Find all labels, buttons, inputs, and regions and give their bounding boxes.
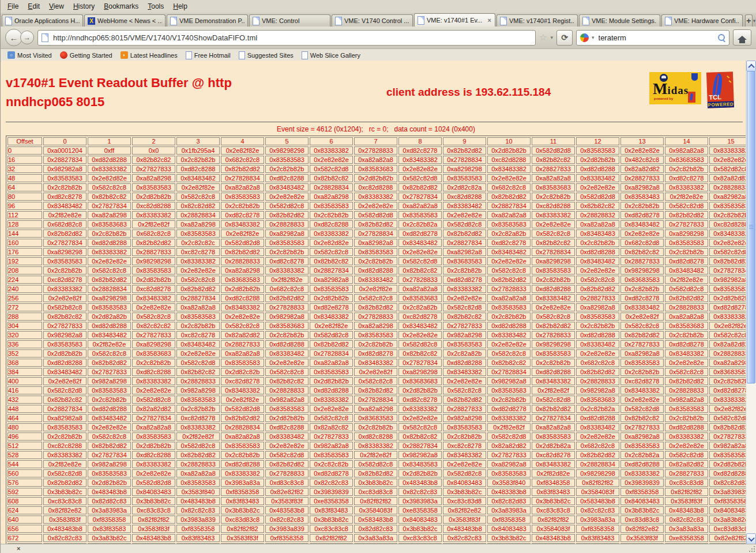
tab-vme-v1740#1-ev-[interactable]: VME: v1740#1 Ev...× xyxy=(414,13,495,27)
tab-label: VME: V1740 Control ... xyxy=(344,17,409,24)
hex-value-cell: 0x83383382 xyxy=(132,377,175,385)
hex-value-cell: 0xc82d8288 xyxy=(532,202,575,210)
hex-value-cell: 0x83583583 xyxy=(709,202,746,210)
search-input[interactable] xyxy=(597,33,714,43)
tab-vme-demonstration-p-[interactable]: VME Demonstration P... xyxy=(167,14,248,27)
tab-vme-hardware-confi-[interactable]: VME: Hardware Confi... xyxy=(661,14,743,27)
menu-view[interactable]: View xyxy=(44,1,69,12)
hex-value-cell: 0x582c82c8 xyxy=(532,313,575,321)
hex-value-cell: 0x27828834 xyxy=(221,174,264,182)
hex-value-cell: 0x83483483 xyxy=(576,230,619,238)
reload-button[interactable]: ⟳ xyxy=(556,30,573,46)
findbar-close-icon[interactable]: × xyxy=(17,546,20,552)
column-header-12: 12 xyxy=(576,137,619,145)
hex-value-cell: 0x682c82c8 xyxy=(132,230,175,238)
hex-value-cell: 0x83583583 xyxy=(665,239,708,247)
scroll-up-button[interactable] xyxy=(746,61,756,72)
hex-value-cell: 0xd82d8278 xyxy=(620,211,664,219)
hex-value-cell: 0x83583483 xyxy=(620,193,664,201)
hex-value-cell: 0x582c82c8 xyxy=(221,322,264,330)
url-bar[interactable] xyxy=(37,30,536,46)
bookmark-most-visited[interactable]: ○Most Visited xyxy=(3,49,56,61)
hex-value-cell: 0x82b82d82 xyxy=(443,146,486,155)
hex-value-cell: 0x3a83983a xyxy=(88,506,131,514)
new-tab-button[interactable]: + xyxy=(745,14,753,27)
tab-label: Oracle Applications H... xyxy=(14,17,80,24)
row-offset: 272 xyxy=(7,303,42,311)
hex-value-cell: 0x83383482 xyxy=(487,331,531,339)
hex-value-cell: 0xa82a8298 xyxy=(354,322,397,330)
tab-webhome-news-[interactable]: XWebHome < News < ... xyxy=(84,14,166,27)
table-row: 1280x682d82c80x835836830x2f82e82f0xa82a8… xyxy=(7,220,746,228)
vertical-scrollbar[interactable] xyxy=(746,61,756,544)
hex-value-cell: 0xd82d8288 xyxy=(532,285,575,293)
bookmark-star-icon[interactable]: ☆ xyxy=(539,32,547,43)
window-resize-grip[interactable] xyxy=(748,545,755,552)
tab-vme-control[interactable]: VME: Control xyxy=(249,14,330,27)
row-offset: 592 xyxy=(7,488,42,496)
hex-value-cell: 0x2d82c82b xyxy=(221,368,264,376)
tab-label: VME: v1740#1 Regist... xyxy=(509,17,574,24)
hex-value-cell: 0xc83d83c8 xyxy=(709,525,746,533)
hex-value-cell: 0x28828833 xyxy=(709,183,746,191)
hex-value-cell: 0x3b83b82c xyxy=(221,506,264,514)
google-icon[interactable] xyxy=(580,33,589,42)
twiki-x-icon: X xyxy=(88,17,95,25)
hex-value-cell: 0x27828834 xyxy=(532,248,575,256)
hex-value-cell: 0x82a82d82 xyxy=(665,460,708,468)
tab-vme-v1740-control-[interactable]: VME: V1740 Control ... xyxy=(332,14,413,27)
home-button[interactable] xyxy=(733,29,751,46)
tab-vme-v1740#1-regist-[interactable]: VME: v1740#1 Regist... xyxy=(497,14,578,27)
hex-value-cell: 0xc82d8278 xyxy=(132,285,175,293)
menu-bookmarks[interactable]: Bookmarks xyxy=(99,1,143,12)
hex-value-cell: 0x83483482 xyxy=(265,183,309,191)
scrollbar-thumb[interactable] xyxy=(747,71,755,383)
hex-value-cell: 0x28828834 xyxy=(310,183,353,191)
bookmark-getting-started[interactable]: Getting Started xyxy=(56,49,116,61)
search-magnifier-icon[interactable] xyxy=(717,33,725,42)
hex-value-cell: 0x98298298 xyxy=(132,257,175,265)
hex-value-cell: 0x2e82f82e xyxy=(709,322,746,330)
hex-value-cell: 0x2e82e82e xyxy=(576,266,619,274)
hex-value-cell: 0x582d82c8 xyxy=(354,460,397,468)
hex-value-cell: 0x582d82d8 xyxy=(576,193,619,201)
hex-value-cell: 0xd82d8278 xyxy=(709,303,746,311)
row-offset: 96 xyxy=(7,202,42,210)
reload-icon: ⟳ xyxy=(561,33,568,42)
search-engine-caret-icon[interactable]: ▾ xyxy=(592,35,595,40)
bookmark-web-slice-gallery[interactable]: Web Slice Gallery xyxy=(298,49,364,61)
hex-value-cell: 0x83583583 xyxy=(221,193,264,201)
bookmark-suggested-sites[interactable]: Suggested Sites xyxy=(235,49,298,61)
hex-value-cell: 0x982982a8 xyxy=(487,377,531,385)
hex-value-cell: 0x83383382 xyxy=(310,230,353,238)
bookmark-caret-icon[interactable]: ▾ xyxy=(550,35,553,40)
bookmark-free-hotmail[interactable]: Free Hotmail xyxy=(182,49,235,61)
menu-edit[interactable]: Edit xyxy=(23,1,44,12)
url-input[interactable] xyxy=(52,33,532,43)
hex-value-cell: 0x582c82c8 xyxy=(88,432,131,441)
hex-value-cell: 0x982a8298 xyxy=(176,386,220,394)
hex-value-cell: 0x582c82c8 xyxy=(709,331,746,339)
tab-close-icon[interactable]: × xyxy=(487,17,492,24)
hex-value-cell: 0x82b82d82 xyxy=(265,460,309,468)
forward-button[interactable]: → xyxy=(20,31,34,44)
menu-tools[interactable]: Tools xyxy=(143,1,168,12)
row-offset: 0 xyxy=(7,146,42,155)
tab-oracle-applications-h-[interactable]: Oracle Applications H... xyxy=(2,14,83,27)
hex-value-cell: 0x83483482 xyxy=(88,331,131,339)
menu-file[interactable]: File xyxy=(3,1,23,12)
midas-powered-by-label: powered by xyxy=(654,97,673,100)
menu-help[interactable]: Help xyxy=(168,1,192,12)
tab-vme-module-settings-[interactable]: VME: Module Settings... xyxy=(579,14,660,27)
hex-value-cell: 0x28828834 xyxy=(176,211,220,219)
scroll-down-button[interactable] xyxy=(746,533,756,544)
hex-value-cell: 0xe8358358 xyxy=(310,497,353,505)
hex-value-cell: 0x3b83b82c xyxy=(354,479,397,487)
hex-value-cell: 0x83f83483 xyxy=(532,488,575,496)
bookmark-latest-headlines[interactable]: ◗Latest Headlines xyxy=(116,49,182,61)
search-box[interactable]: ▾ xyxy=(576,30,729,46)
hex-value-cell: 0x3b83b82c xyxy=(310,516,353,524)
menu-history[interactable]: History xyxy=(69,1,99,12)
hex-value-cell: 0x682d82c8 xyxy=(43,220,86,228)
tab-overflow-caret-icon[interactable]: ▾ xyxy=(753,15,756,27)
